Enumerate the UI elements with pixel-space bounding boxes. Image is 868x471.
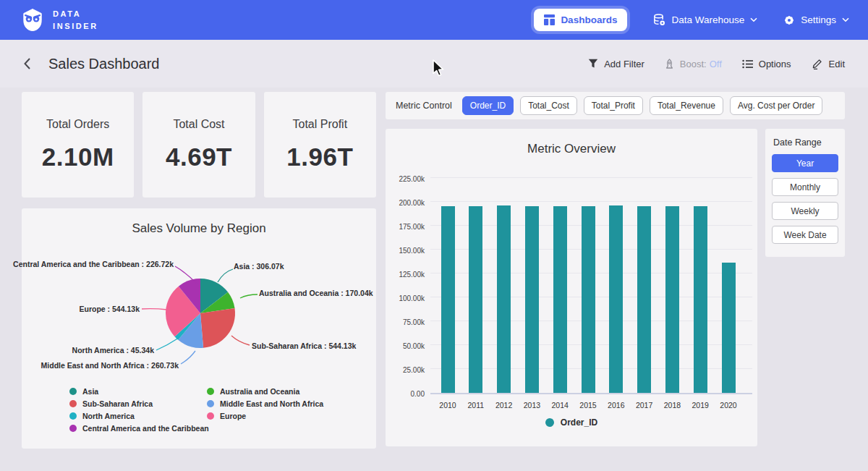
kpi-label: Total Profit bbox=[293, 118, 348, 131]
kpi-card: Total Cost4.69T bbox=[142, 92, 255, 198]
edit-button[interactable]: Edit bbox=[812, 58, 845, 69]
metric-chip-order-id[interactable]: Order_ID bbox=[462, 96, 514, 115]
date-option-weekly[interactable]: Weekly bbox=[772, 202, 838, 220]
legend-label: Middle East and North Africa bbox=[220, 399, 323, 408]
nav-data-warehouse[interactable]: Data Warehouse bbox=[653, 14, 757, 26]
brand-line2: INSIDER bbox=[53, 20, 98, 33]
y-tick-label: 50.00k bbox=[390, 342, 425, 350]
pie-legend-item[interactable]: Asia bbox=[69, 385, 209, 397]
legend-color-dot bbox=[545, 418, 554, 427]
legend-color-dot bbox=[207, 388, 214, 395]
boost-toggle[interactable]: Boost: Off bbox=[665, 59, 722, 69]
pie-legend-item[interactable]: North America bbox=[69, 410, 209, 422]
legend-color-dot bbox=[69, 412, 77, 420]
bar-2013[interactable] bbox=[525, 206, 539, 393]
date-option-monthly[interactable]: Monthly bbox=[772, 178, 838, 196]
date-range-label: Date Range bbox=[772, 137, 838, 148]
bar-chart-title: Metric Overview bbox=[386, 142, 757, 156]
edit-label: Edit bbox=[829, 59, 845, 69]
plot-gridline bbox=[430, 177, 752, 178]
add-filter-button[interactable]: Add Filter bbox=[588, 59, 644, 69]
bar-2012[interactable] bbox=[497, 205, 511, 393]
metric-control-label: Metric Control bbox=[396, 101, 452, 111]
date-option-week-date[interactable]: Week Date bbox=[772, 226, 838, 244]
back-button[interactable] bbox=[23, 57, 31, 70]
pie-leader-line bbox=[181, 351, 195, 364]
x-tick-label: 2014 bbox=[545, 401, 574, 410]
brand-text: DATA INSIDER bbox=[53, 8, 98, 32]
pie-legend-item[interactable]: Central America and the Caribbean bbox=[69, 422, 209, 434]
bar-2018[interactable] bbox=[665, 206, 679, 393]
pie-leader-line bbox=[231, 336, 250, 345]
x-tick-label: 2015 bbox=[574, 401, 603, 410]
date-range-options: YearMonthlyWeeklyWeek Date bbox=[772, 154, 838, 244]
header-actions: Add Filter Boost: Off Options Edit bbox=[588, 58, 845, 69]
pie-label-0: Asia : 306.07k bbox=[234, 262, 284, 271]
y-tick-label: 150.00k bbox=[390, 247, 425, 255]
pie-leader-line bbox=[175, 266, 197, 284]
date-option-year[interactable]: Year bbox=[772, 154, 838, 172]
legend-label: North America bbox=[82, 412, 135, 420]
bar-2015[interactable] bbox=[582, 206, 595, 393]
bar-2014[interactable] bbox=[553, 206, 567, 393]
metric-chip-total-cost[interactable]: Total_Cost bbox=[520, 96, 577, 115]
x-tick-label: 2019 bbox=[686, 401, 715, 410]
bar-2011[interactable] bbox=[469, 206, 482, 393]
pie-legend-item[interactable]: Middle East and North Africa bbox=[207, 397, 323, 410]
pie-slice-2[interactable] bbox=[200, 308, 235, 348]
date-range-card: Date Range YearMonthlyWeeklyWeek Date bbox=[765, 129, 845, 257]
brand-line1: DATA bbox=[53, 8, 98, 20]
top-navbar: DATA INSIDER Dashboards Data Warehouse bbox=[0, 0, 868, 40]
options-button[interactable]: Options bbox=[742, 59, 791, 69]
x-tick-label: 2011 bbox=[461, 401, 490, 410]
nav-settings[interactable]: Settings bbox=[783, 14, 849, 26]
x-tick-label: 2017 bbox=[630, 401, 659, 410]
y-tick-label: 75.00k bbox=[390, 318, 425, 326]
rocket-icon bbox=[665, 59, 674, 69]
gear-icon bbox=[783, 14, 795, 26]
y-tick-label: 175.00k bbox=[390, 223, 425, 231]
pie-legend-item[interactable]: Australia and Oceania bbox=[207, 385, 323, 397]
pie-legend-item[interactable]: Europe bbox=[207, 410, 323, 422]
pie-label-1: Australia and Oceania : 170.04k bbox=[259, 289, 373, 297]
legend-color-dot bbox=[69, 425, 77, 432]
bar-2019[interactable] bbox=[694, 206, 707, 393]
nav-settings-label: Settings bbox=[801, 14, 836, 25]
options-list-icon bbox=[742, 59, 753, 69]
pie-chart-card: Sales Volume by Region Asia : 306.07kAus… bbox=[22, 208, 376, 449]
dashboard-grid-icon bbox=[544, 14, 555, 25]
bar-2016[interactable] bbox=[609, 205, 623, 393]
legend-color-dot bbox=[207, 400, 214, 407]
brand-logo: DATA INSIDER bbox=[22, 8, 98, 32]
pie-legend-col-2: Australia and OceaniaMiddle East and Nor… bbox=[207, 385, 323, 422]
legend-color-dot bbox=[69, 400, 77, 407]
legend-label: Australia and Oceania bbox=[220, 387, 299, 396]
legend-label: Central America and the Caribbean bbox=[82, 424, 209, 433]
bar-2010[interactable] bbox=[441, 206, 455, 393]
pie-legend-col-1: AsiaSub-Saharan AfricaNorth AmericaCentr… bbox=[69, 385, 209, 434]
filter-funnel-icon bbox=[588, 59, 598, 69]
nav-dashboards-button[interactable]: Dashboards bbox=[534, 9, 627, 31]
legend-color-dot bbox=[207, 412, 214, 420]
x-tick-label: 2012 bbox=[490, 401, 519, 410]
y-tick-label: 0.00 bbox=[390, 390, 425, 398]
bar-2017[interactable] bbox=[637, 206, 651, 393]
kpi-label: Total Cost bbox=[173, 118, 224, 131]
pie-legend-item[interactable]: Sub-Saharan Africa bbox=[69, 397, 209, 410]
kpi-value: 1.96T bbox=[286, 143, 353, 171]
y-tick-label: 200.00k bbox=[390, 199, 425, 207]
metric-chip-total-revenue[interactable]: Total_Revenue bbox=[650, 96, 723, 115]
pie-leader-line bbox=[240, 294, 258, 298]
bar-chart-card: Metric Overview 0.0025.00k50.00k75.00k10… bbox=[386, 129, 757, 446]
metric-chip-total-profit[interactable]: Total_Profit bbox=[584, 96, 643, 115]
kpi-value: 4.69T bbox=[166, 143, 232, 171]
metric-chip-avg-cost-per-order[interactable]: Avg. Cost per Order bbox=[730, 96, 823, 115]
x-tick-label: 2020 bbox=[714, 401, 743, 410]
pie-label-2: Sub-Saharan Africa : 544.13k bbox=[252, 341, 356, 350]
x-tick-label: 2010 bbox=[433, 401, 462, 410]
pie-chart-title: Sales Volume by Region bbox=[22, 221, 376, 236]
bar-2020[interactable] bbox=[722, 263, 736, 393]
legend-label: Asia bbox=[82, 387, 98, 396]
y-tick-label: 125.00k bbox=[390, 271, 425, 279]
boost-label: Boost: bbox=[680, 59, 707, 69]
